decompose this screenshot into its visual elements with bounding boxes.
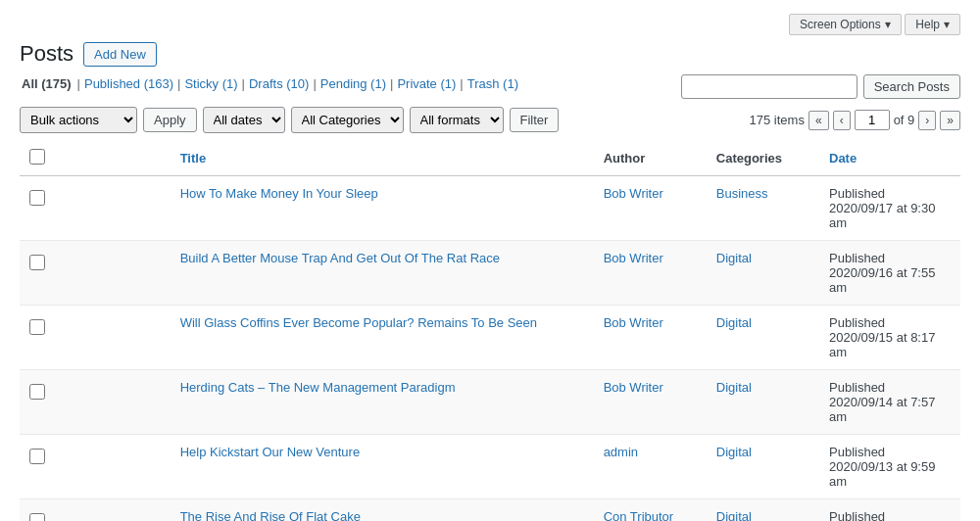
apply-button[interactable]: Apply bbox=[143, 108, 197, 132]
row-author-cell: Bob Writer bbox=[594, 306, 707, 370]
pagination-of: of 9 bbox=[894, 113, 915, 127]
select-all-checkbox[interactable] bbox=[29, 149, 45, 165]
date-status: Published2020/09/13 at 9:59 am bbox=[829, 445, 935, 489]
title-sort-link[interactable]: Title bbox=[180, 151, 207, 166]
last-page-button[interactable]: » bbox=[940, 111, 960, 130]
page-header: Posts Add New bbox=[20, 41, 960, 67]
first-page-button[interactable]: « bbox=[808, 111, 829, 130]
row-categories-cell: Digital bbox=[707, 370, 819, 435]
search-area: Search Posts bbox=[681, 74, 960, 99]
date-status: Published2020/09/14 at 7:57 am bbox=[829, 380, 935, 424]
post-title-link[interactable]: How To Make Money In Your Sleep bbox=[180, 186, 378, 201]
category-link[interactable]: Business bbox=[716, 186, 768, 201]
page-title: Posts bbox=[20, 41, 74, 67]
table-row: Build A Better Mouse Trap And Get Out Of… bbox=[20, 241, 960, 306]
row-title-cell: The Rise And Rise Of Flat Cake bbox=[171, 499, 594, 522]
current-page-input[interactable] bbox=[855, 110, 890, 130]
post-title-link[interactable]: The Rise And Rise Of Flat Cake bbox=[180, 509, 361, 521]
category-link[interactable]: Digital bbox=[716, 315, 752, 330]
row-categories-cell: Digital bbox=[707, 435, 819, 499]
add-new-button[interactable]: Add New bbox=[83, 42, 157, 67]
help-label: Help bbox=[915, 18, 940, 31]
screen-options-label: Screen Options bbox=[800, 18, 881, 31]
next-page-button[interactable]: › bbox=[918, 111, 936, 130]
sub-nav-item-trash[interactable]: Trash (1) bbox=[467, 76, 518, 91]
row-categories-cell: Digital bbox=[707, 499, 819, 522]
row-title-cell: Build A Better Mouse Trap And Get Out Of… bbox=[171, 241, 594, 306]
author-link[interactable]: Con Tributor bbox=[604, 509, 674, 521]
table-row: Help Kickstart Our New Venture admin Dig… bbox=[20, 435, 960, 499]
search-input[interactable] bbox=[681, 74, 858, 99]
date-status: Published2020/09/16 at 7:55 am bbox=[829, 251, 935, 295]
sub-nav-item-sticky[interactable]: Sticky (1) bbox=[184, 76, 237, 91]
row-title-cell: How To Make Money In Your Sleep bbox=[171, 176, 594, 241]
author-link[interactable]: Bob Writer bbox=[604, 186, 663, 201]
category-link[interactable]: Digital bbox=[716, 445, 752, 459]
table-row: Will Glass Coffins Ever Become Popular? … bbox=[20, 306, 960, 370]
screen-options-chevron-icon: ▾ bbox=[885, 18, 891, 31]
row-title-cell: Herding Cats – The New Management Paradi… bbox=[171, 370, 594, 435]
date-column-header: Date bbox=[819, 141, 960, 176]
row-checkbox-cell bbox=[20, 241, 171, 306]
author-link[interactable]: Bob Writer bbox=[604, 380, 663, 395]
row-date-cell: Published2020/09/15 at 8:17 am bbox=[819, 306, 960, 370]
category-link[interactable]: Digital bbox=[716, 251, 752, 265]
row-checkbox[interactable] bbox=[29, 449, 45, 464]
post-title-link[interactable]: Herding Cats – The New Management Paradi… bbox=[180, 380, 456, 395]
search-posts-button[interactable]: Search Posts bbox=[863, 74, 960, 99]
row-date-cell: Published2020/09/13 at 9:59 am bbox=[819, 435, 960, 499]
sub-nav-item-drafts[interactable]: Drafts (10) bbox=[249, 76, 309, 91]
row-categories-cell: Business bbox=[707, 176, 819, 241]
screen-options-button[interactable]: Screen Options ▾ bbox=[789, 14, 902, 35]
table-header-row: Title Author Categories Date bbox=[20, 141, 960, 176]
pagination-area: 175 items « ‹ of 9 › » bbox=[750, 110, 960, 130]
author-column-header: Author bbox=[594, 141, 707, 176]
help-button[interactable]: Help ▾ bbox=[905, 14, 960, 35]
post-title-link[interactable]: Will Glass Coffins Ever Become Popular? … bbox=[180, 315, 537, 330]
author-link[interactable]: Bob Writer bbox=[604, 251, 663, 265]
post-title-link[interactable]: Help Kickstart Our New Venture bbox=[180, 445, 361, 459]
row-date-cell: Published2020/09/14 at 7:57 am bbox=[819, 370, 960, 435]
table-row: Herding Cats – The New Management Paradi… bbox=[20, 370, 960, 435]
formats-filter-select[interactable]: All formats bbox=[410, 107, 504, 133]
row-categories-cell: Digital bbox=[707, 306, 819, 370]
row-author-cell: admin bbox=[594, 435, 707, 499]
categories-column-header: Categories bbox=[707, 141, 819, 176]
filters-row: Bulk actions Apply All dates All Categor… bbox=[20, 107, 960, 133]
table-row: The Rise And Rise Of Flat Cake Con Tribu… bbox=[20, 499, 960, 522]
filter-button[interactable]: Filter bbox=[510, 108, 560, 132]
sub-nav-item-private[interactable]: Private (1) bbox=[397, 76, 456, 91]
author-link[interactable]: Bob Writer bbox=[604, 315, 663, 330]
row-checkbox-cell bbox=[20, 435, 171, 499]
row-checkbox[interactable] bbox=[29, 190, 45, 206]
bulk-actions-select[interactable]: Bulk actions bbox=[20, 107, 137, 133]
row-categories-cell: Digital bbox=[707, 241, 819, 306]
prev-page-button[interactable]: ‹ bbox=[833, 111, 851, 130]
post-title-link[interactable]: Build A Better Mouse Trap And Get Out Of… bbox=[180, 251, 500, 265]
items-count: 175 items bbox=[750, 113, 805, 127]
row-checkbox-cell bbox=[20, 306, 171, 370]
sub-nav-item-pending[interactable]: Pending (1) bbox=[320, 76, 386, 91]
row-author-cell: Bob Writer bbox=[594, 370, 707, 435]
select-all-column bbox=[20, 141, 171, 176]
row-checkbox-cell bbox=[20, 370, 171, 435]
row-title-cell: Will Glass Coffins Ever Become Popular? … bbox=[171, 306, 594, 370]
sub-nav-item-published[interactable]: Published (163) bbox=[84, 76, 173, 91]
author-link[interactable]: admin bbox=[604, 445, 638, 459]
row-title-cell: Help Kickstart Our New Venture bbox=[171, 435, 594, 499]
sub-nav-item-all: All (175) bbox=[22, 76, 72, 91]
row-checkbox[interactable] bbox=[29, 384, 45, 400]
row-checkbox[interactable] bbox=[29, 255, 45, 270]
categories-filter-select[interactable]: All Categories bbox=[291, 107, 404, 133]
date-sort-link[interactable]: Date bbox=[829, 151, 857, 166]
row-checkbox[interactable] bbox=[29, 319, 45, 335]
category-link[interactable]: Digital bbox=[716, 380, 752, 395]
posts-table: Title Author Categories Date How To Make… bbox=[20, 141, 960, 521]
dates-filter-select[interactable]: All dates bbox=[203, 107, 285, 133]
help-chevron-icon: ▾ bbox=[944, 18, 950, 31]
category-link[interactable]: Digital bbox=[716, 509, 752, 521]
row-checkbox-cell bbox=[20, 499, 171, 522]
row-author-cell: Con Tributor bbox=[594, 499, 707, 522]
row-checkbox[interactable] bbox=[29, 513, 45, 521]
row-date-cell: Published2020/09/12 at 8:38 bbox=[819, 499, 960, 522]
